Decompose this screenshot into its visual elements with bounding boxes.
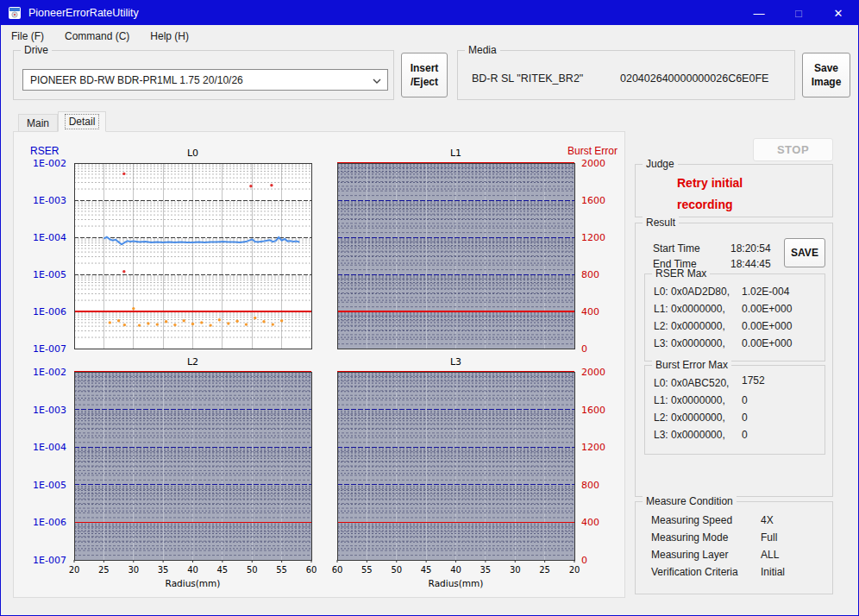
point-Burst Error [191, 323, 194, 325]
point-Burst Error Peak [249, 185, 252, 187]
point-Burst Error Peak [122, 173, 125, 175]
point-Burst Error [227, 322, 229, 324]
chevron-down-icon [373, 79, 381, 84]
burst-max-row-l3-label: L3: 0x0000000, [654, 429, 725, 441]
svg-text:1200: 1200 [581, 442, 605, 453]
svg-text:50: 50 [391, 565, 402, 575]
point-Burst Error [245, 323, 248, 325]
measure-condition-label: Measure Condition [643, 495, 737, 507]
svg-text:50: 50 [247, 565, 258, 575]
point-Burst Error [147, 322, 149, 324]
result-group-label: Result [643, 217, 679, 229]
tab-detail[interactable]: Detail [58, 111, 106, 132]
drive-select[interactable]: PIONEER BD-RW BDR-PR1ML 1.75 20/10/26 [22, 69, 388, 91]
svg-text:40: 40 [187, 565, 198, 575]
point-Burst Error [218, 318, 221, 321]
point-Burst Error [109, 321, 111, 324]
x-axis-label: Radius(mm) [166, 578, 221, 588]
chart-title: L2 [187, 356, 198, 368]
svg-text:45: 45 [421, 565, 432, 575]
chart-title: L0 [187, 148, 198, 159]
svg-text:2000: 2000 [581, 158, 605, 169]
svg-text:20: 20 [69, 565, 80, 575]
tab-main[interactable]: Main [18, 114, 58, 132]
svg-text:800: 800 [581, 480, 599, 491]
rser-max-group: RSER Max L0: 0x0AD2D80, 1.02E-004 L1: 0x… [644, 273, 825, 361]
svg-text:35: 35 [480, 565, 492, 575]
drive-group: Drive PIONEER BD-RW BDR-PR1ML 1.75 20/10… [13, 50, 394, 100]
drive-group-label: Drive [21, 44, 52, 56]
svg-text:35: 35 [158, 565, 169, 575]
maximize-button[interactable]: □ [779, 1, 818, 25]
rser-max-row-l2-label: L2: 0x0000000, [654, 320, 725, 332]
burst-max-row-l0-label: L0: 0x0ABC520, [654, 377, 729, 389]
menu-help[interactable]: Help (H) [140, 27, 199, 46]
point-Burst Error [165, 320, 167, 323]
rser-max-row-l1-label: L1: 0x0000000, [654, 303, 725, 315]
result-group: Result Start Time 18:20:54 End Time 18:4… [635, 223, 833, 497]
svg-text:55: 55 [361, 565, 373, 575]
point-Burst Error [235, 320, 238, 323]
point-Burst Error [173, 324, 176, 326]
point-Burst Error [280, 319, 283, 322]
media-id: 020402640000000026C6E0FE [620, 72, 768, 85]
judge-text: Retry initial recording [677, 173, 789, 216]
point-Burst Error [138, 324, 141, 326]
burst-error-max-label: Burst Error Max [652, 359, 731, 371]
measure-row-criteria-label: Verification Criteria [651, 566, 738, 578]
rser-max-row-l1-value: 0.00E+000 [742, 303, 792, 315]
drive-select-value: PIONEER BD-RW BDR-PR1ML 1.75 20/10/26 [30, 74, 243, 86]
chart-l3: L32000160012008004000605550454035302520R… [324, 351, 622, 598]
svg-text:1E-004: 1E-004 [33, 232, 66, 243]
measure-row-criteria-value: Initial [761, 566, 785, 578]
start-time-label: Start Time [653, 242, 700, 255]
svg-text:25: 25 [539, 565, 550, 575]
burst-max-row-l3-value: 0 [742, 429, 748, 441]
chart-title: L3 [450, 356, 461, 368]
menu-command[interactable]: Command (C) [54, 27, 140, 46]
save-button[interactable]: SAVE [784, 238, 825, 267]
svg-text:40: 40 [450, 565, 461, 575]
svg-text:1E-006: 1E-006 [33, 306, 66, 317]
insert-eject-button[interactable]: Insert /Eject [401, 53, 448, 97]
svg-text:55: 55 [276, 565, 287, 575]
chart-title: L1 [450, 148, 461, 159]
svg-text:60: 60 [306, 565, 317, 575]
end-time-value: 18:44:45 [730, 258, 771, 270]
point-Burst Error [156, 323, 159, 325]
burst-max-row-l0-value: 1752 [742, 374, 765, 387]
chart-l1: L12000160012008004000 [324, 142, 622, 358]
menu-bar: File (F) Command (C) Help (H) [1, 25, 858, 47]
svg-text:1E-003: 1E-003 [33, 195, 66, 206]
rser-max-row-l0-value: 1.02E-004 [742, 286, 789, 298]
measure-row-mode-label: Measuring Mode [651, 531, 728, 544]
rser-max-row-l3-label: L3: 0x0000000, [654, 337, 725, 349]
measure-row-layer-value: ALL [761, 549, 779, 561]
svg-text:45: 45 [217, 565, 229, 575]
svg-text:1E-007: 1E-007 [33, 555, 66, 566]
minimize-button[interactable]: — [739, 1, 779, 25]
svg-text:1E-002: 1E-002 [33, 367, 66, 378]
menu-file[interactable]: File (F) [1, 27, 54, 46]
media-type: BD-R SL "RITEK_BR2" [472, 72, 583, 85]
burst-error-max-group: Burst Error Max L0: 0x0ABC520, 1752 L1: … [644, 365, 825, 455]
point-Burst Error [209, 324, 211, 326]
x-axis-label: Radius(mm) [429, 578, 484, 588]
burst-max-row-l2-label: L2: 0x0000000, [654, 412, 725, 424]
svg-text:60: 60 [332, 565, 343, 575]
measure-row-mode-value: Full [761, 531, 777, 544]
chart-l0: L01E-0021E-0031E-0041E-0051E-0061E-007 [13, 142, 324, 358]
tab-detail-label: Detail [66, 115, 99, 129]
app-window: PioneerErrorRateUtility — □ ✕ File (F) C… [0, 0, 859, 616]
measure-row-speed-value: 4X [761, 514, 774, 526]
stop-button[interactable]: STOP [753, 138, 833, 161]
save-image-button[interactable]: Save Image [802, 53, 850, 97]
close-button[interactable]: ✕ [818, 1, 858, 25]
svg-text:0: 0 [581, 555, 587, 566]
measure-row-speed-label: Measuring Speed [651, 514, 732, 526]
svg-text:1E-005: 1E-005 [33, 480, 66, 491]
svg-text:30: 30 [128, 565, 139, 575]
svg-text:1E-004: 1E-004 [33, 442, 66, 453]
burst-max-row-l1-label: L1: 0x0000000, [654, 394, 725, 406]
start-time-value: 18:20:54 [730, 242, 771, 255]
